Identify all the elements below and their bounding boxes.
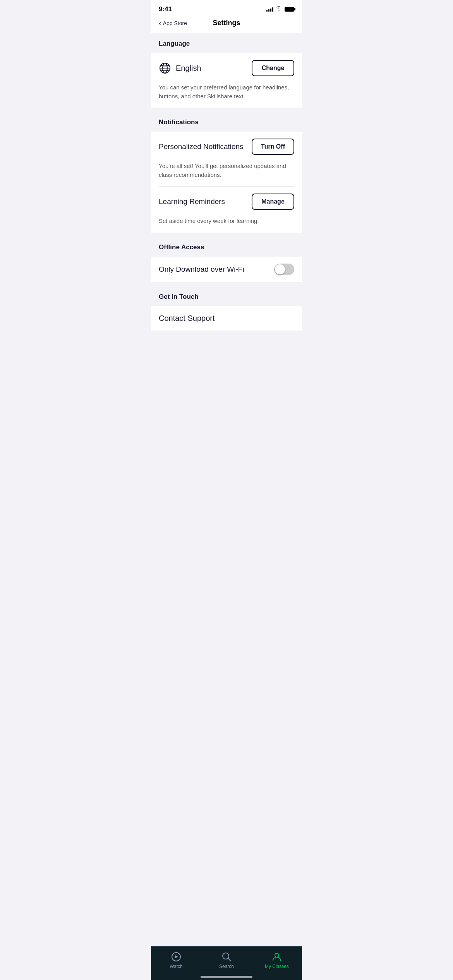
offline-access-section-header: Offline Access bbox=[151, 236, 302, 257]
my-classes-icon bbox=[271, 951, 282, 962]
page-title: Settings bbox=[213, 19, 240, 27]
manage-button[interactable]: Manage bbox=[252, 194, 294, 210]
back-label: App Store bbox=[163, 20, 187, 26]
battery-icon bbox=[285, 7, 294, 12]
globe-icon bbox=[159, 62, 171, 74]
home-indicator bbox=[201, 976, 252, 978]
status-bar: 9:41 bbox=[151, 0, 302, 15]
tab-watch-label: Watch bbox=[170, 964, 183, 969]
learning-reminders-row: Learning Reminders Manage bbox=[159, 187, 294, 217]
contact-support-row[interactable]: Contact Support bbox=[159, 306, 294, 331]
toggle-knob bbox=[275, 264, 285, 274]
wifi-only-label: Only Download over Wi-Fi bbox=[159, 265, 244, 274]
tab-search-label: Search bbox=[219, 964, 234, 969]
change-language-button[interactable]: Change bbox=[252, 60, 294, 76]
nav-bar: ‹ App Store Settings bbox=[151, 15, 302, 33]
settings-content: Language English Change bbox=[151, 33, 302, 369]
status-time: 9:41 bbox=[159, 5, 172, 13]
watch-icon bbox=[171, 951, 182, 962]
tab-watch[interactable]: Watch bbox=[151, 951, 201, 969]
svg-point-7 bbox=[275, 953, 279, 957]
offline-access-section-content: Only Download over Wi-Fi bbox=[151, 257, 302, 282]
svg-marker-4 bbox=[175, 955, 178, 958]
tab-my-classes[interactable]: My Classes bbox=[252, 951, 302, 969]
language-label: English bbox=[159, 62, 201, 74]
section-divider-3 bbox=[151, 282, 302, 286]
current-language: English bbox=[176, 64, 201, 73]
get-in-touch-section-content: Contact Support bbox=[151, 306, 302, 331]
get-in-touch-section-header: Get In Touch bbox=[151, 286, 302, 306]
language-section-content: English Change You can set your preferre… bbox=[151, 53, 302, 108]
section-divider-2 bbox=[151, 233, 302, 236]
notifications-section: Notifications Personalized Notifications… bbox=[151, 111, 302, 233]
personalized-notifications-description: You're all set! You'll get personalized … bbox=[159, 162, 294, 186]
learning-reminders-label: Learning Reminders bbox=[159, 197, 225, 206]
get-in-touch-section: Get In Touch Contact Support bbox=[151, 286, 302, 331]
notifications-section-content: Personalized Notifications Turn Off You'… bbox=[151, 132, 302, 233]
language-description: You can set your preferred language for … bbox=[159, 83, 294, 108]
language-section: Language English Change bbox=[151, 33, 302, 108]
back-arrow-icon: ‹ bbox=[159, 19, 161, 27]
learning-reminders-description: Set aside time every week for learning. bbox=[159, 217, 294, 233]
tab-search[interactable]: Search bbox=[201, 951, 252, 969]
notifications-section-header: Notifications bbox=[151, 111, 302, 132]
personalized-notifications-label: Personalized Notifications bbox=[159, 142, 244, 151]
svg-line-6 bbox=[228, 958, 231, 961]
turn-off-button[interactable]: Turn Off bbox=[252, 139, 294, 155]
search-icon bbox=[221, 951, 232, 962]
tab-bar: Watch Search My Classes bbox=[151, 946, 302, 980]
section-divider-1 bbox=[151, 108, 302, 111]
language-section-header: Language bbox=[151, 33, 302, 53]
tab-my-classes-label: My Classes bbox=[265, 964, 289, 969]
signal-icon bbox=[266, 7, 273, 12]
personalized-notifications-row: Personalized Notifications Turn Off bbox=[159, 132, 294, 162]
contact-support-label: Contact Support bbox=[159, 314, 215, 322]
back-button[interactable]: ‹ App Store bbox=[159, 19, 187, 27]
wifi-only-toggle[interactable] bbox=[274, 264, 294, 275]
wifi-icon bbox=[276, 6, 282, 12]
status-icons bbox=[266, 6, 294, 12]
language-row: English Change bbox=[159, 53, 294, 83]
offline-access-section: Offline Access Only Download over Wi-Fi bbox=[151, 236, 302, 282]
wifi-only-row: Only Download over Wi-Fi bbox=[159, 257, 294, 282]
